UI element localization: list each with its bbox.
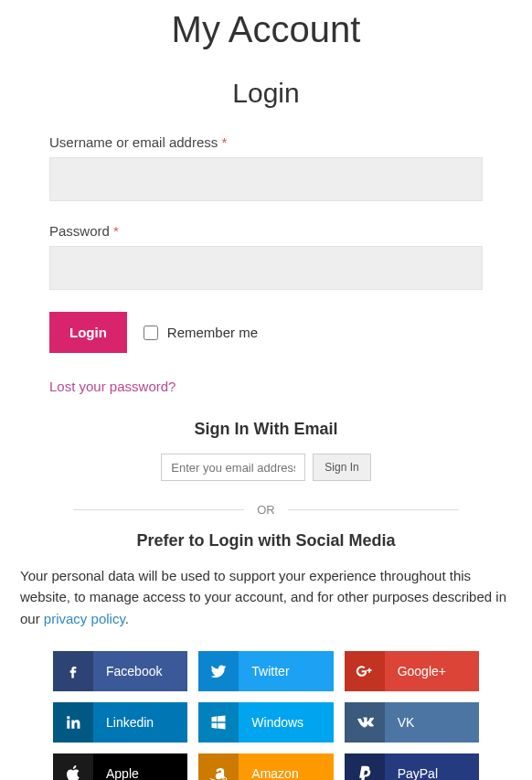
privacy-text: Your personal data will be used to suppo… xyxy=(18,565,514,629)
login-heading: Login xyxy=(18,78,514,109)
remember-me-text: Remember me xyxy=(167,325,258,340)
divider-line-left xyxy=(73,509,244,510)
social-grid: FacebookTwitterGoogle+LinkedinWindowsVKA… xyxy=(18,651,514,780)
email-signin-button[interactable]: Sign In xyxy=(313,454,370,481)
social-heading: Prefer to Login with Social Media xyxy=(18,531,514,550)
amazon-button[interactable]: Amazon xyxy=(198,753,333,780)
required-marker: * xyxy=(221,134,227,150)
paypal-icon xyxy=(345,753,385,780)
username-label: Username or email address * xyxy=(49,134,483,150)
twitter-label: Twitter xyxy=(239,664,289,678)
password-label: Password * xyxy=(49,223,483,239)
remember-me-label[interactable]: Remember me xyxy=(144,325,258,340)
vk-button[interactable]: VK xyxy=(345,702,479,743)
linkedin-label: Linkedin xyxy=(93,715,154,730)
password-input[interactable] xyxy=(49,246,483,290)
remember-me-checkbox[interactable] xyxy=(144,326,158,340)
apple-button[interactable]: Apple xyxy=(53,753,187,780)
login-button[interactable]: Login xyxy=(49,312,127,353)
username-input[interactable] xyxy=(49,157,483,201)
windows-button[interactable]: Windows xyxy=(198,702,333,743)
windows-icon xyxy=(198,702,239,743)
twitter-button[interactable]: Twitter xyxy=(198,651,333,691)
facebook-button[interactable]: Facebook xyxy=(53,651,187,691)
required-marker: * xyxy=(113,223,119,239)
paypal-button[interactable]: PayPal xyxy=(345,753,479,780)
divider-text: OR xyxy=(257,503,275,517)
google-plus-icon xyxy=(345,651,385,691)
paypal-label: PayPal xyxy=(385,766,438,780)
windows-label: Windows xyxy=(239,715,303,730)
email-signin-input[interactable] xyxy=(161,454,305,481)
divider-line-right xyxy=(288,509,459,510)
page-title: My Account xyxy=(18,9,514,50)
facebook-label: Facebook xyxy=(93,664,162,678)
amazon-icon xyxy=(198,753,239,780)
linkedin-button[interactable]: Linkedin xyxy=(53,702,187,743)
privacy-text-after: . xyxy=(125,611,129,626)
google-plus-label: Google+ xyxy=(385,664,446,678)
privacy-policy-link[interactable]: privacy policy xyxy=(44,611,125,626)
email-signin-heading: Sign In With Email xyxy=(18,420,514,439)
facebook-icon xyxy=(53,651,93,691)
google-plus-button[interactable]: Google+ xyxy=(345,651,479,691)
password-label-text: Password xyxy=(49,223,110,239)
apple-label: Apple xyxy=(93,766,139,780)
vk-icon xyxy=(345,702,385,743)
twitter-icon xyxy=(198,651,239,691)
vk-label: VK xyxy=(385,715,415,730)
linkedin-icon xyxy=(53,702,93,743)
username-label-text: Username or email address xyxy=(49,134,218,150)
amazon-label: Amazon xyxy=(239,766,298,780)
divider: OR xyxy=(18,503,514,517)
lost-password-link[interactable]: Lost your password? xyxy=(18,379,514,394)
apple-icon xyxy=(53,753,93,780)
